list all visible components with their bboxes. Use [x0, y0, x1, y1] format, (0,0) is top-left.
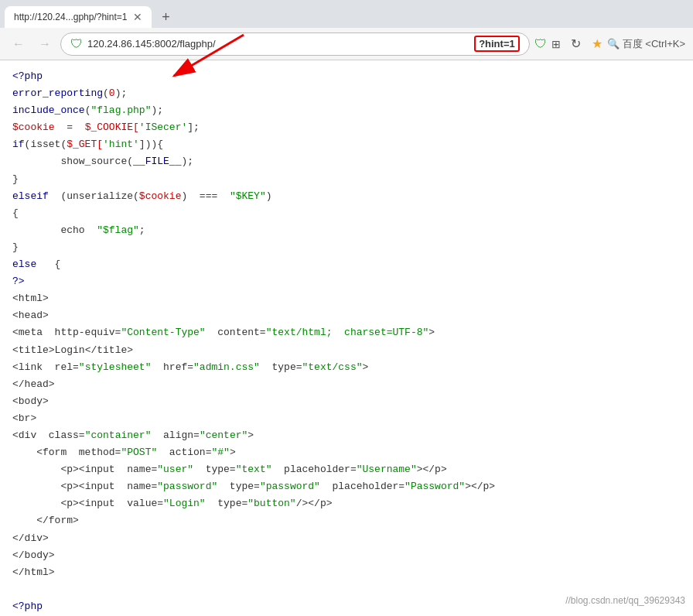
nav-bar: ← → 🛡 120.24.86.145:8002/flagphp/ ?hint=…: [0, 28, 693, 60]
code-line: <br>: [12, 410, 681, 427]
url-hint-param: ?hint=1: [474, 36, 520, 52]
code-line: if(isset($_GET['hint'])){: [12, 136, 681, 153]
code-line: ?>: [12, 273, 681, 290]
code-line: else {: [12, 256, 681, 273]
code-line: </body>: [12, 547, 681, 564]
code-line: <head>: [12, 307, 681, 324]
search-box[interactable]: 🔍 百度 <Ctrl+K>: [607, 37, 685, 51]
code-line: <?php: [12, 68, 681, 85]
security-icon: 🛡: [70, 37, 83, 51]
code-line: elseif (unserialize($cookie) === "$KEY"): [12, 188, 681, 205]
code-line: }: [12, 171, 681, 188]
code-line: echo "$flag";: [12, 222, 681, 239]
code-line: <div class="container" align="center">: [12, 427, 681, 444]
code-line: show_source(__FILE__);: [12, 153, 681, 170]
code-line: <meta http-equiv="Content-Type" content=…: [12, 324, 681, 341]
code-line: $cookie = $_COOKIE['ISecer'];: [12, 119, 681, 136]
code-line: {: [12, 205, 681, 222]
shield-nav-icon: 🛡: [534, 37, 547, 51]
tab-close-button[interactable]: ✕: [133, 11, 142, 23]
forward-button[interactable]: →: [34, 33, 56, 55]
address-bar[interactable]: 🛡 120.24.86.145:8002/flagphp/ ?hint=1: [60, 33, 530, 56]
code-line: <p><input name="password" type="password…: [12, 478, 681, 495]
refresh-button[interactable]: ↻: [565, 33, 587, 55]
back-button[interactable]: ←: [8, 33, 29, 55]
code-line: }: [12, 239, 681, 256]
code-line: error_reporting(0);: [12, 85, 681, 102]
code-line: </form>: [12, 512, 681, 529]
active-tab[interactable]: http://120.24...gphp/?hint=1 ✕: [5, 6, 152, 28]
grid-nav-icon: ⊞: [551, 38, 561, 50]
code-line: </head>: [12, 376, 681, 393]
code-line: <p><input value="Login" type="button"/><…: [12, 495, 681, 512]
code-line: </div>: [12, 530, 681, 547]
code-line: <html>: [12, 290, 681, 307]
url-base: 120.24.86.145:8002/flagphp/: [87, 38, 469, 50]
tab-title: http://120.24...gphp/?hint=1: [14, 12, 127, 22]
code-line: </html>: [12, 564, 681, 581]
code-line: <p><input name="user" type="text" placeh…: [12, 461, 681, 478]
watermark: //blog.csdn.net/qq_39629343: [565, 593, 685, 608]
code-line: <body>: [12, 393, 681, 410]
new-tab-button[interactable]: +: [155, 6, 176, 28]
code-line: include_once("flag.php");: [12, 102, 681, 119]
code-line: <link rel="stylesheet" href="admin.css" …: [12, 359, 681, 376]
bookmark-star-icon: ★: [592, 36, 603, 51]
nav-right-buttons: 🛡 ⊞ ↻ ★ 🔍 百度 <Ctrl+K>: [534, 33, 685, 55]
code-line: <form method="POST" action="#">: [12, 444, 681, 461]
page-content: <?phperror_reporting(0);include_once("fl…: [0, 60, 693, 616]
browser-chrome: http://120.24...gphp/?hint=1 ✕ + ← → 🛡 1…: [0, 0, 693, 60]
search-label: 百度 <Ctrl+K>: [623, 37, 685, 51]
tab-bar: http://120.24...gphp/?hint=1 ✕ +: [0, 0, 693, 28]
code-line: <title>Login</title>: [12, 342, 681, 359]
search-icon: 🔍: [607, 38, 620, 50]
